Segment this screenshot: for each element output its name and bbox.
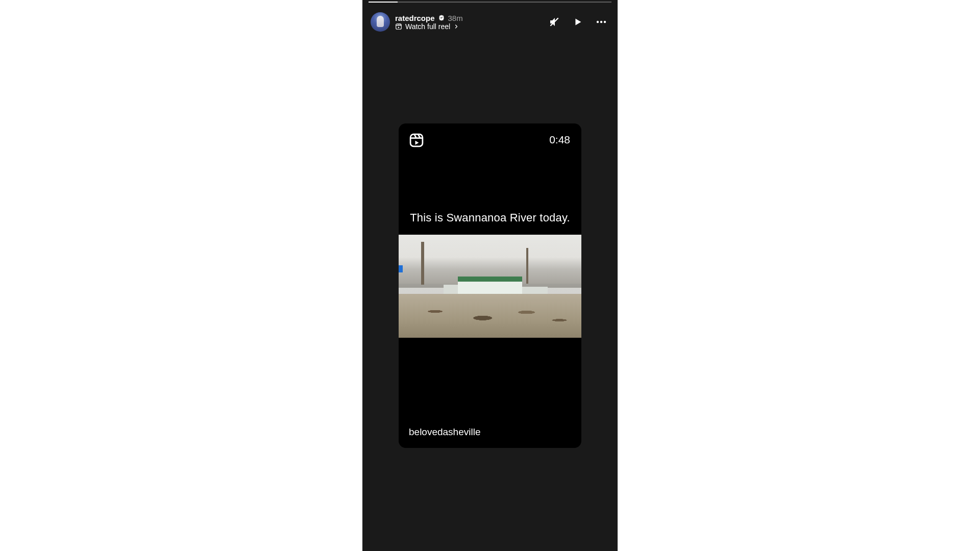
story-viewer: ratedrcope 38m Watch full reel [362,0,618,551]
verified-badge-icon [438,14,445,21]
svg-rect-0 [396,23,402,29]
reel-card[interactable]: 0:48 This is Swannanoa River today. belo… [399,123,581,448]
frame-tree [421,242,424,285]
watch-full-reel-label: Watch full reel [405,23,450,30]
svg-point-2 [600,21,602,23]
story-progress-fill [369,2,398,3]
story-content[interactable]: 0:48 This is Swannanoa River today. belo… [362,36,618,551]
reel-duration: 0:48 [549,134,570,146]
story-controls [548,16,607,28]
play-button[interactable] [572,16,584,28]
svg-point-1 [597,21,599,23]
user-block: ratedrcope 38m Watch full reel [395,14,463,30]
svg-rect-4 [410,134,423,146]
user-line: ratedrcope 38m [395,14,463,22]
watch-full-reel-link[interactable]: Watch full reel [395,23,463,30]
frame-debris [399,294,581,338]
timestamp: 38m [448,14,463,22]
mute-button[interactable] [548,16,560,28]
page-root: ratedrcope 38m Watch full reel [0,0,980,551]
avatar[interactable] [371,12,390,32]
more-options-button[interactable] [595,16,607,28]
reel-caption: This is Swannanoa River today. [399,211,581,224]
story-progress-track[interactable] [369,2,611,3]
reel-credit[interactable]: belovedasheville [409,427,481,438]
video-frame [399,235,581,338]
frame-marker [399,265,403,272]
reel-badge-icon [409,133,424,148]
frame-tree [526,248,528,284]
svg-point-3 [604,21,606,23]
chevron-right-icon [453,23,459,30]
username[interactable]: ratedrcope [395,14,435,22]
story-header: ratedrcope 38m Watch full reel [362,0,618,36]
reel-icon [395,23,402,30]
